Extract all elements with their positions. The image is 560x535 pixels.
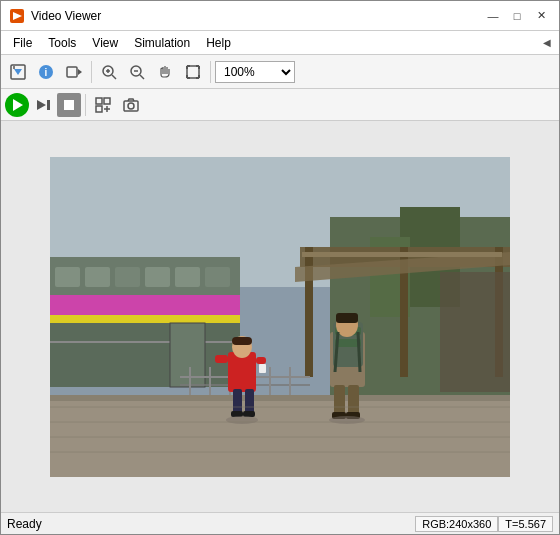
svg-text:i: i (45, 67, 48, 78)
svg-rect-75 (259, 364, 266, 373)
status-info: RGB:240x360 T=5.567 (415, 516, 553, 532)
svg-line-14 (140, 75, 144, 79)
record-button[interactable] (61, 59, 87, 85)
svg-point-89 (329, 416, 365, 424)
svg-rect-47 (115, 267, 140, 287)
toolbar-playback (1, 89, 559, 121)
menu-simulation[interactable]: Simulation (126, 31, 198, 54)
svg-rect-74 (256, 357, 266, 364)
svg-rect-82 (334, 385, 345, 415)
maximize-button[interactable]: □ (507, 6, 527, 26)
menu-file[interactable]: File (5, 31, 40, 54)
info-button[interactable]: i (33, 59, 59, 85)
pan-button[interactable] (152, 59, 178, 85)
zoom-select[interactable]: 100% 50% 200% Fit (215, 61, 295, 83)
svg-rect-45 (55, 267, 80, 287)
minimize-button[interactable]: — (483, 6, 503, 26)
svg-marker-25 (37, 100, 46, 110)
svg-rect-81 (336, 313, 358, 323)
zoom-out-button[interactable] (124, 59, 150, 85)
video-scene (50, 157, 510, 477)
svg-rect-27 (96, 98, 102, 104)
svg-point-88 (226, 416, 258, 424)
stop-icon (64, 100, 74, 110)
svg-rect-69 (233, 389, 242, 414)
svg-line-87 (358, 332, 360, 372)
svg-rect-7 (67, 67, 77, 77)
zoom-in-button[interactable] (96, 59, 122, 85)
svg-rect-68 (232, 337, 252, 345)
video-content-area (1, 121, 559, 512)
import-button[interactable] (5, 59, 31, 85)
menu-collapse-icon: ◀ (543, 37, 555, 48)
menu-view[interactable]: View (84, 31, 126, 54)
svg-rect-51 (50, 295, 240, 317)
menu-bar: File Tools View Simulation Help ◀ (1, 31, 559, 55)
svg-rect-70 (245, 389, 254, 414)
status-rgb: RGB:240x360 (415, 516, 498, 532)
svg-rect-49 (175, 267, 200, 287)
svg-rect-16 (187, 66, 199, 78)
separator-2 (210, 61, 211, 83)
menu-help[interactable]: Help (198, 31, 239, 54)
title-bar: Video Viewer — □ ✕ (1, 1, 559, 31)
close-button[interactable]: ✕ (531, 6, 551, 26)
svg-rect-50 (205, 267, 230, 287)
status-bar: Ready RGB:240x360 T=5.567 (1, 512, 559, 534)
play-icon (13, 99, 23, 111)
svg-rect-26 (47, 100, 50, 110)
fit-button[interactable] (180, 59, 206, 85)
svg-rect-46 (85, 267, 110, 287)
stop-button[interactable] (57, 93, 81, 117)
svg-rect-28 (104, 98, 110, 104)
svg-line-10 (112, 75, 116, 79)
svg-marker-8 (78, 69, 82, 75)
main-window: Video Viewer — □ ✕ File Tools View Simul… (0, 0, 560, 535)
svg-rect-65 (50, 395, 510, 401)
status-ready: Ready (7, 517, 415, 531)
video-frame (50, 157, 510, 477)
layout-button[interactable] (90, 92, 116, 118)
play-button[interactable] (5, 93, 29, 117)
status-time: T=5.567 (498, 516, 553, 532)
svg-rect-48 (145, 267, 170, 287)
separator-1 (91, 61, 92, 83)
snapshot-button[interactable] (118, 92, 144, 118)
svg-rect-52 (50, 315, 240, 323)
svg-marker-3 (14, 69, 22, 75)
separator-3 (85, 94, 86, 116)
app-icon (9, 8, 25, 24)
svg-rect-83 (348, 385, 359, 415)
window-controls: — □ ✕ (483, 6, 551, 26)
step-forward-button[interactable] (31, 93, 55, 117)
svg-rect-29 (96, 106, 102, 112)
toolbar-view: i (1, 55, 559, 89)
window-title: Video Viewer (31, 9, 483, 23)
svg-rect-91 (302, 252, 502, 257)
menu-tools[interactable]: Tools (40, 31, 84, 54)
svg-rect-73 (215, 355, 228, 363)
svg-rect-90 (440, 272, 510, 392)
svg-point-33 (128, 103, 134, 109)
